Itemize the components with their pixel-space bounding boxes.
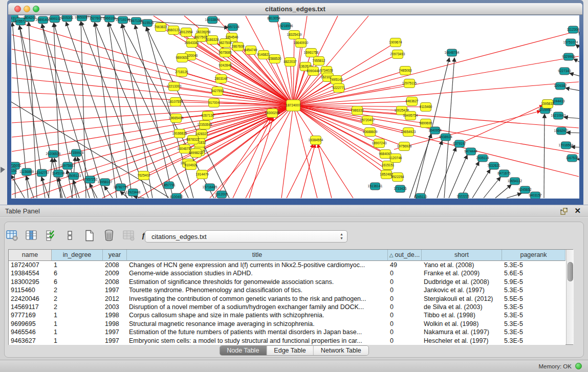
graph-node-label: 9115460 xyxy=(420,105,432,108)
graph-node-label: 18325419 xyxy=(287,33,302,36)
graph-edge xyxy=(301,144,315,198)
table-cell: 5.3E-5 xyxy=(502,261,565,269)
table-cell: Hescheler et al. (1997) xyxy=(422,337,502,345)
table-cell: Jankovic et al. (1997) xyxy=(422,286,502,294)
delete-table-icon[interactable] xyxy=(102,229,116,242)
graph-node-label: 6966160 xyxy=(103,16,116,20)
select-columns-icon[interactable] xyxy=(44,229,57,242)
new-file-icon[interactable] xyxy=(83,229,96,242)
graph-node-label: 2935114 xyxy=(476,156,489,160)
table-cell: 9463627 xyxy=(9,337,52,345)
import-table-icon[interactable] xyxy=(122,229,135,242)
table-cell: Estimation of the future numbers of pati… xyxy=(127,328,388,336)
column-header-short[interactable]: short xyxy=(422,250,502,261)
graph-node-label: 15692971 xyxy=(554,129,569,133)
close-panel-icon[interactable]: ✕ xyxy=(574,206,581,215)
memory-status-indicator[interactable] xyxy=(575,363,582,369)
table-cell: Stergiakouli et al. (2012) xyxy=(422,295,502,303)
graph-node-label: 9245652 xyxy=(518,188,532,191)
network-window-titlebar[interactable]: citations_edges.txt xyxy=(8,3,582,15)
table-row[interactable]: 1938455462009Genome-wide association stu… xyxy=(9,269,565,277)
column-header-out-degree[interactable]: △out_de... xyxy=(388,250,422,261)
table-cell: 6 xyxy=(52,278,103,286)
table-cell: 6 xyxy=(52,269,103,277)
graph-node-label: 12353594 xyxy=(198,123,212,126)
dropdown-stepper-icon: ▲▼ xyxy=(340,232,343,240)
graph-edge xyxy=(437,147,456,198)
table-row[interactable]: 946554611997Estimation of the future num… xyxy=(9,328,565,336)
column-header-pagerank[interactable]: pagerank xyxy=(502,250,565,261)
table-cell: 9115460 xyxy=(9,286,52,294)
table-cell: 0 xyxy=(388,337,422,345)
table-cell: 5.6E-5 xyxy=(502,269,565,277)
graph-node-label: 1595833 xyxy=(541,102,554,105)
graph-node-label: 17957252 xyxy=(83,178,98,181)
float-panel-icon[interactable] xyxy=(560,208,568,215)
table-row[interactable]: 969969511998Structural magnetic resonanc… xyxy=(9,320,565,328)
table-cell: Tibbo et al. (1998) xyxy=(422,311,502,319)
graph-node-label: 9660123 xyxy=(167,28,180,32)
graph-node-label: 6379197 xyxy=(453,142,466,145)
table-row[interactable]: 911546021997Tourette syndrome. Phenomeno… xyxy=(9,286,565,294)
table-scrollbar-thumb[interactable] xyxy=(568,262,573,281)
table-cell: 5.3E-5 xyxy=(502,337,565,345)
table-cell: Yano et al. (2008) xyxy=(422,261,502,269)
table-cell: 5.3E-5 xyxy=(502,311,565,319)
column-header-in-degree[interactable]: in_degree xyxy=(52,250,103,261)
table-row[interactable]: 1872400712008Changes of HCN gene express… xyxy=(9,261,565,269)
graph-node-label: 1804203 xyxy=(23,16,36,19)
graph-node-label: 9463627 xyxy=(405,99,419,103)
graph-node-label: 16033809 xyxy=(205,18,220,21)
graph-edge xyxy=(318,144,332,198)
column-header-year[interactable]: year xyxy=(103,250,127,261)
table-cell: 9777169 xyxy=(9,311,52,319)
graph-node-label: 8427552 xyxy=(211,89,224,93)
tab-edge-table[interactable]: Edge Table xyxy=(267,346,313,355)
graph-node-label: 9675685 xyxy=(219,51,232,54)
table-row[interactable]: 946362711997Embryonic stem cells: a mode… xyxy=(9,337,565,345)
graph-edge xyxy=(484,177,500,198)
graph-node-label: 10654112 xyxy=(508,179,522,183)
graph-edge xyxy=(449,155,467,198)
tab-network-table[interactable]: Network Table xyxy=(314,346,368,355)
table-type-tabs: Node Table Edge Table Network Table xyxy=(219,345,368,356)
graph-node-label: 13342757 xyxy=(35,171,50,174)
graph-node-label: 1120746 xyxy=(389,156,402,160)
graph-node-label: 16046755 xyxy=(178,147,192,150)
table-cell: 5.3E-5 xyxy=(502,286,565,294)
rows-icon[interactable] xyxy=(63,229,77,242)
column-header-name[interactable]: name xyxy=(9,250,52,261)
column-header-title[interactable]: title xyxy=(127,250,388,261)
table-row[interactable]: 977716911998Corpus callosum shape and si… xyxy=(9,311,565,319)
graph-node-label: 12213393 xyxy=(167,84,182,88)
show-columns-icon[interactable] xyxy=(25,229,38,242)
table-cell: Changes of HCN gene expression and I(f) … xyxy=(127,261,388,269)
desktop-artifact xyxy=(1,167,5,173)
graph-node-label: 1145194 xyxy=(52,171,65,175)
graph-node-label: 15720407 xyxy=(360,118,375,122)
table-cell: 0 xyxy=(388,303,422,311)
table-cell: 1997 xyxy=(103,328,127,336)
table-cell: Disruption of a novel member of a sodium… xyxy=(127,303,388,311)
table-select-dropdown[interactable]: citations_edges.txt ▲▼ xyxy=(145,230,347,243)
tab-node-table[interactable]: Node Table xyxy=(220,346,267,355)
graph-edge xyxy=(567,133,579,133)
table-cell: 2 xyxy=(52,295,103,303)
graph-edge xyxy=(444,58,454,198)
table-cell: 1997 xyxy=(103,286,127,294)
table-scrollbar[interactable] xyxy=(566,250,574,344)
table-cell: Embryonic stem cells: a model to study s… xyxy=(127,337,388,345)
graph-node-label: 19495754 xyxy=(403,114,418,117)
graph-node-label: 1735051 xyxy=(11,164,21,167)
table-panel-titlebar[interactable]: Table Panel ✕ xyxy=(0,205,588,217)
table-row[interactable]: 1830029562008Estimation of significance … xyxy=(9,278,565,286)
graph-node-label: 939154 xyxy=(11,169,17,172)
graph-node-label: 7625402 xyxy=(137,173,150,177)
table-row[interactable]: 2242004622012Investigating the contribut… xyxy=(9,295,565,303)
graph-edge xyxy=(66,22,127,198)
network-canvas[interactable]: 2043174140557241804203208914067499102920… xyxy=(11,15,579,199)
table-mode-icon[interactable] xyxy=(5,229,18,242)
table-row[interactable]: 1456911722003Disruption of a novel membe… xyxy=(9,303,565,311)
graph-edge xyxy=(293,43,301,105)
graph-edge xyxy=(495,185,511,198)
